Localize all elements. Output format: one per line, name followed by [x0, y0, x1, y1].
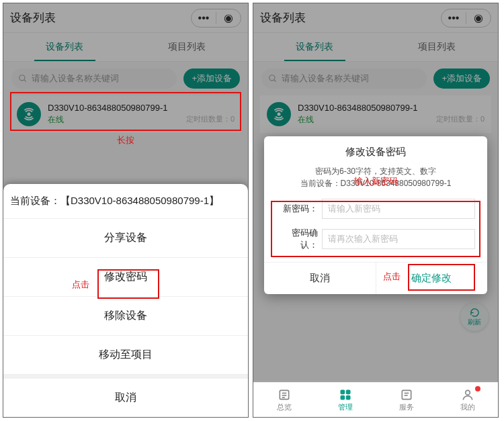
svg-rect-12 — [340, 395, 345, 400]
left-screenshot: 设备列表 ••• ◉ 设备列表 项目列表 请输入设备名称关键词 +添加设备 — [3, 3, 249, 418]
modal-hint: 密码为6-30字符，支持英文、数字 当前设备：D330V10-863488050… — [264, 165, 487, 189]
service-icon — [400, 388, 413, 402]
modal-actions: 取消 确定修改 — [264, 262, 487, 294]
notification-dot-icon — [475, 386, 480, 391]
svg-point-17 — [465, 390, 470, 395]
action-sheet: 当前设备：【D330V10-863488050980799-1】 分享设备 修改… — [3, 184, 248, 417]
modal-cancel-button[interactable]: 取消 — [264, 263, 376, 294]
sheet-share-device[interactable]: 分享设备 — [3, 219, 248, 258]
new-password-label: 新密码： — [276, 203, 318, 215]
tabbar-mine[interactable]: 我的 — [437, 383, 498, 417]
sheet-move-to-project[interactable]: 移动至项目 — [3, 336, 248, 375]
new-password-input[interactable]: 请输入新密码 — [322, 199, 475, 219]
right-screenshot: 设备列表 ••• ◉ 设备列表 项目列表 请输入设备名称关键词 +添加设备 — [253, 3, 499, 418]
change-password-modal: 修改设备密码 密码为6-30字符，支持英文、数字 当前设备：D330V10-86… — [264, 136, 487, 294]
svg-rect-11 — [345, 389, 350, 394]
user-icon — [461, 388, 474, 402]
sheet-remove-device[interactable]: 移除设备 — [3, 297, 248, 336]
sheet-change-password[interactable]: 修改密码 — [3, 258, 248, 297]
manage-icon — [339, 388, 352, 402]
tabbar-manage[interactable]: 管理 — [314, 383, 376, 417]
confirm-password-label: 密码确认： — [276, 227, 318, 251]
tabbar-service[interactable]: 服务 — [376, 383, 437, 417]
overview-icon — [278, 388, 291, 402]
tabbar-overview[interactable]: 总览 — [253, 383, 314, 417]
form-row-new-password: 新密码： 请输入新密码 — [264, 195, 487, 223]
svg-rect-13 — [345, 395, 350, 400]
bottom-tab-bar: 总览 管理 服务 我的 — [253, 382, 498, 417]
modal-title: 修改设备密码 — [264, 146, 487, 158]
form-row-confirm-password: 密码确认： 请再次输入新密码 — [264, 223, 487, 255]
confirm-password-input[interactable]: 请再次输入新密码 — [322, 229, 475, 249]
svg-rect-10 — [340, 389, 345, 394]
sheet-title: 当前设备：【D330V10-863488050980799-1】 — [3, 184, 248, 219]
modal-confirm-button[interactable]: 确定修改 — [376, 263, 488, 294]
sheet-cancel[interactable]: 取消 — [3, 379, 248, 417]
